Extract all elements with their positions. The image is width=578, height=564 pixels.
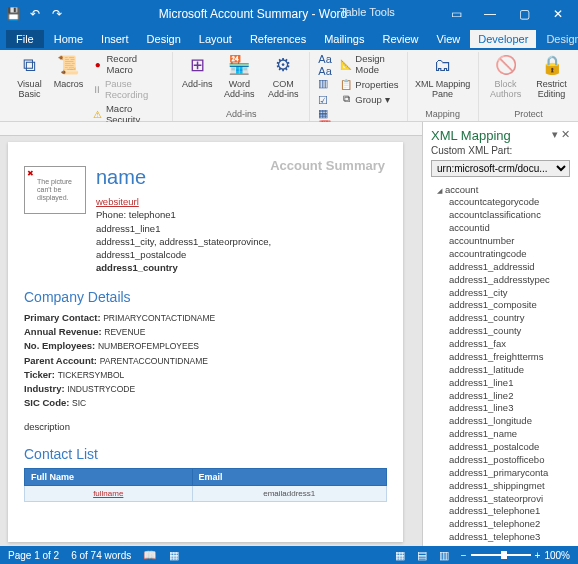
horizontal-ruler[interactable] [0,122,422,136]
tree-node[interactable]: address1_telephone2 [431,518,574,531]
tree-node[interactable]: address1_telephone3 [431,531,574,544]
tree-node[interactable]: accountcategorycode [431,196,574,209]
tree-node[interactable]: address1_latitude [431,363,574,376]
tree-root[interactable]: ◢account [431,183,574,196]
zoom-level[interactable]: 100% [544,550,570,561]
word-addins-button[interactable]: 🏪 Word Add-ins [219,52,259,100]
zoom-slider[interactable] [471,554,531,556]
email-field[interactable]: emailaddress1 [192,485,386,501]
controls-gallery[interactable]: Aa Aa ▥ [316,52,334,91]
tab-file[interactable]: File [6,30,44,48]
col-fullname[interactable]: Full Name [25,468,193,485]
close-icon[interactable]: ✕ [542,4,574,24]
tree-node[interactable]: address1_line1 [431,376,574,389]
tree-node[interactable]: address1_longitude [431,415,574,428]
tree-node[interactable]: address1_shippingmet [431,479,574,492]
primary-contact-field[interactable]: PRIMARYCONTACTIDNAME [103,313,215,323]
zoom-out-icon[interactable]: − [461,550,467,561]
tree-node[interactable]: address1_line2 [431,389,574,402]
tree-node[interactable]: address1_city [431,286,574,299]
ribbon-options-icon[interactable]: ▭ [440,4,472,24]
tree-node[interactable]: address1_addressid [431,260,574,273]
design-mode-button[interactable]: 📐Design Mode [338,52,400,76]
group-code: ⧉ Visual Basic 📜 Macros ●Record Macro ⏸P… [6,52,173,121]
tab-mailings[interactable]: Mailings [316,30,372,48]
pause-recording-button[interactable]: ⏸Pause Recording [90,77,166,101]
fullname-field[interactable]: fullname [25,485,193,501]
tree-node[interactable]: accountid [431,222,574,235]
tree-node[interactable]: address1_county [431,325,574,338]
tab-view[interactable]: View [429,30,469,48]
ticker-field[interactable]: TICKERSYMBOL [58,370,125,380]
tree-node[interactable]: address1_upszone [431,544,574,547]
employees-field[interactable]: NUMBEROFEMPLOYEES [98,341,199,351]
tree-node[interactable]: address1_fax [431,338,574,351]
page[interactable]: Account Summary The picture can't be dis… [8,142,403,542]
industry-field[interactable]: INDUSTRYCODE [67,384,135,394]
undo-icon[interactable]: ↶ [26,5,44,23]
xml-mapping-button[interactable]: 🗂 XML Mapping Pane [414,52,472,100]
phone-field[interactable]: telephone1 [129,209,176,220]
redo-icon[interactable]: ↷ [48,5,66,23]
tree-node[interactable]: address1_line3 [431,402,574,415]
record-macro-button[interactable]: ●Record Macro [90,52,166,76]
save-icon[interactable]: 💾 [4,5,22,23]
tab-references[interactable]: References [242,30,314,48]
tree-node[interactable]: address1_composite [431,299,574,312]
addins-button[interactable]: ⊞ Add-ins [179,52,215,90]
addr-line1-field[interactable]: address1_line1 [96,222,271,235]
block-authors-button[interactable]: 🚫 Block Authors [485,52,527,100]
name-field[interactable]: name [96,166,271,189]
page-indicator[interactable]: Page 1 of 2 [8,550,59,561]
tree-node[interactable]: address1_primaryconta [431,466,574,479]
contact-table[interactable]: Full Name Email fullname emailaddress1 [24,468,387,502]
tree-node[interactable]: address1_postalcode [431,441,574,454]
tree-node[interactable]: address1_telephone1 [431,505,574,518]
addr-line2-field[interactable]: address1_city, address1_stateorprovince, [96,235,271,248]
revenue-field[interactable]: REVENUE [104,327,145,337]
minimize-icon[interactable]: — [474,4,506,24]
pane-close-icon[interactable]: ▾ ✕ [552,128,570,143]
macros-button[interactable]: 📜 Macros [51,52,86,90]
tree-node[interactable]: address1_country [431,312,574,325]
custom-xml-part-select[interactable]: urn:microsoft-crm/docu... [431,160,570,177]
web-layout-icon[interactable]: ▥ [439,549,449,562]
visual-basic-button[interactable]: ⧉ Visual Basic [12,52,47,100]
websiteurl-field[interactable]: websiteurl [96,195,271,208]
word-count[interactable]: 6 of 74 words [71,550,131,561]
tree-node[interactable]: accountratingcode [431,247,574,260]
document-area[interactable]: Account Summary The picture can't be dis… [0,122,422,546]
tab-developer[interactable]: Developer [470,30,536,48]
parent-account-field[interactable]: PARENTACCOUNTIDNAME [100,356,208,366]
addr-postal-field[interactable]: address1_postalcode [96,248,271,261]
tab-home[interactable]: Home [46,30,91,48]
tab-insert[interactable]: Insert [93,30,137,48]
tree-node[interactable]: address1_addresstypec [431,273,574,286]
tree-node[interactable]: address1_name [431,428,574,441]
tree-node[interactable]: address1_freightterms [431,350,574,363]
tab-table-design[interactable]: Design [538,30,578,48]
tree-node[interactable]: accountclassificationc [431,209,574,222]
restrict-editing-button[interactable]: 🔒 Restrict Editing [531,52,573,100]
read-mode-icon[interactable]: ▦ [395,549,405,562]
print-layout-icon[interactable]: ▤ [417,549,427,562]
tree-node[interactable]: address1_postofficebo [431,453,574,466]
picture-placeholder[interactable]: The picture can't be displayed. [24,166,86,214]
col-email[interactable]: Email [192,468,386,485]
maximize-icon[interactable]: ▢ [508,4,540,24]
properties-button[interactable]: 📋Properties [338,77,400,91]
tab-design[interactable]: Design [139,30,189,48]
macro-indicator-icon[interactable]: ▦ [169,549,179,562]
tab-layout[interactable]: Layout [191,30,240,48]
xml-tree[interactable]: ◢account accountcategorycodeaccountclass… [423,181,578,546]
tab-review[interactable]: Review [375,30,427,48]
description-field[interactable]: description [24,421,387,432]
zoom-in-icon[interactable]: + [535,550,541,561]
group-button[interactable]: ⧉Group ▾ [338,92,400,106]
com-addins-button[interactable]: ⚙ COM Add-ins [263,52,303,100]
spell-check-icon[interactable]: 📖 [143,549,157,562]
tree-node[interactable]: accountnumber [431,235,574,248]
sic-field[interactable]: SIC [72,398,86,408]
addr-country-field[interactable]: address1_country [96,261,271,274]
tree-node[interactable]: address1_stateorprovi [431,492,574,505]
